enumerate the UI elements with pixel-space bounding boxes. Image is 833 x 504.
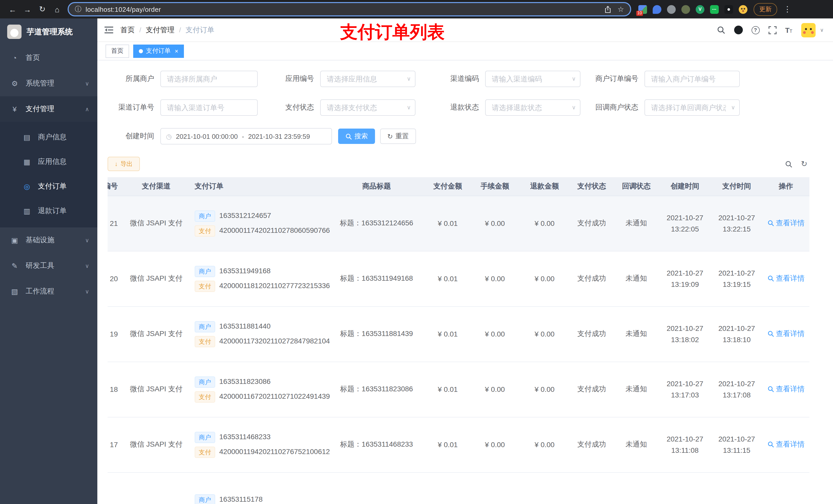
breadcrumb-home[interactable]: 首页 (120, 25, 135, 34)
extension-v-icon[interactable]: V (696, 5, 705, 14)
channel-code-select[interactable] (485, 71, 580, 87)
merchant-tag: 商户 (195, 376, 215, 387)
view-detail-link[interactable]: 查看详情 (767, 329, 805, 339)
merchant-input[interactable] (160, 71, 258, 87)
pay-tag: 支付 (195, 336, 215, 347)
yen-icon: ¥ (10, 105, 19, 113)
chevron-down-icon[interactable]: ∨ (820, 27, 824, 33)
sidebar-item-payment[interactable]: ¥ 支付管理 ∧ (0, 96, 97, 122)
breadcrumb-current: 支付订单 (186, 25, 214, 34)
callback-status-label: 回调商户状态 (590, 103, 644, 112)
chevron-down-icon: ∨ (85, 263, 89, 269)
browser-profile-avatar[interactable] (739, 5, 747, 14)
tab-home[interactable]: 首页 (105, 44, 129, 57)
active-dot (139, 49, 143, 53)
orders-table: 编号 支付渠道 支付订单 商品标题 支付金额 手续金额 退款金额 支付状态 回调… (108, 177, 823, 504)
fullscreen-icon[interactable] (768, 26, 777, 34)
sidebar-logo: 芋道管理系统 (0, 19, 97, 45)
view-detail-link[interactable]: 查看详情 (767, 219, 805, 228)
view-detail-link[interactable]: 查看详情 (767, 274, 805, 283)
channel-order-no-input[interactable] (160, 99, 258, 116)
filter-channel-code: 渠道编码 ∨ (438, 71, 580, 87)
browser-back-button[interactable]: ← (5, 2, 20, 16)
browser-update-button[interactable]: 更新 (754, 3, 777, 16)
pay-tag: 支付 (195, 447, 215, 458)
github-icon[interactable] (734, 26, 743, 34)
sidebar-item-home[interactable]: ◔ 首页 (0, 45, 97, 71)
extension-circle-icon[interactable] (667, 5, 676, 14)
refresh-icon: ↻ (387, 133, 393, 140)
app-no-select[interactable] (320, 71, 415, 87)
workflow-icon: ▧ (10, 287, 19, 295)
date-start-value[interactable]: 2021-10-01 00:00:00 (176, 133, 238, 140)
merchant-label: 所属商户 (108, 74, 160, 83)
sidebar-item-refund-order[interactable]: ▥ 退款订单 (0, 199, 97, 223)
reset-button[interactable]: ↻ 重置 (380, 128, 416, 144)
share-icon[interactable] (605, 5, 612, 13)
browser-reload-button[interactable]: ↻ (35, 2, 50, 16)
extension-grid-icon[interactable]: 10 (638, 5, 647, 14)
sidebar-item-workflow[interactable]: ▧ 工作流程 ∨ (0, 279, 97, 304)
chevron-down-icon: ∨ (85, 80, 89, 87)
credit-card-icon: ▤ (23, 133, 31, 141)
chevron-down-icon: ∨ (85, 237, 89, 243)
filter-merchant: 所属商户 (108, 71, 258, 87)
browser-home-button[interactable]: ⌂ (50, 2, 65, 16)
site-info-icon[interactable]: ⓘ (75, 5, 81, 14)
refund-status-select[interactable] (485, 99, 580, 116)
chevron-up-icon: ∧ (85, 106, 89, 113)
pay-tag: 支付 (195, 391, 215, 402)
search-icon[interactable] (716, 26, 725, 34)
refresh-table-button[interactable]: ↻ (801, 159, 807, 169)
close-icon[interactable]: × (175, 47, 178, 54)
view-detail-link[interactable]: 查看详情 (767, 440, 805, 449)
sidebar-item-app-info[interactable]: ▦ 应用信息 (0, 149, 97, 174)
tab-pay-order[interactable]: 支付订单 × (133, 44, 184, 57)
download-icon: ↓ (115, 160, 118, 167)
date-end-value[interactable]: 2021-10-31 23:59:59 (248, 133, 310, 140)
merchant-tag: 商户 (195, 266, 215, 277)
sidebar-item-system[interactable]: ⚙ 系统管理 ∨ (0, 71, 97, 96)
table-row: 19 微信 JSAPI 支付 商户1635311881440 支付4200001… (108, 306, 809, 362)
sidebar-item-infra[interactable]: ▣ 基础设施 ∨ (0, 227, 97, 253)
browser-menu-icon[interactable]: ⋮ (782, 5, 792, 14)
chevron-down-icon: ∨ (407, 104, 411, 111)
date-range-picker[interactable]: ◷ 2021-10-01 00:00:00 - 2021-10-31 23:59… (160, 128, 332, 144)
sidebar-item-merchant-info[interactable]: ▤ 商户信息 (0, 125, 97, 149)
merchant-tag: 商户 (195, 321, 215, 332)
merchant-tag: 商户 (195, 432, 215, 443)
chevron-down-icon: ∨ (407, 75, 411, 82)
browser-forward-button[interactable]: → (20, 2, 35, 16)
dashboard-icon: ◔ (10, 54, 19, 62)
extension-pin-icon[interactable] (724, 5, 733, 14)
user-avatar[interactable] (801, 23, 815, 37)
view-detail-link[interactable]: 查看详情 (767, 385, 805, 394)
url-bar[interactable]: ⓘ localhost:1024/pay/order ☆ (68, 2, 631, 16)
extension-chat-icon[interactable]: ⋯ (710, 5, 719, 14)
extension-drop-icon[interactable] (653, 5, 661, 14)
help-icon[interactable]: ? (751, 26, 760, 34)
extension-olive-icon[interactable] (681, 5, 690, 14)
page-content: 所属商户 应用编号 ∨ 渠道编码 ∨ 商户订单编号 (97, 61, 833, 504)
payment-submenu: ▤ 商户信息 ▦ 应用信息 ◎ 支付订单 ▥ 退款订单 (0, 122, 97, 227)
clock-icon: ◷ (166, 133, 172, 140)
url-text[interactable]: localhost:1024/pay/order (86, 5, 605, 13)
sidebar-item-pay-order[interactable]: ◎ 支付订单 (0, 174, 97, 199)
sidebar-toggle-icon[interactable] (104, 26, 113, 34)
logo-title: 芋道管理系统 (27, 27, 73, 37)
search-button[interactable]: 搜索 (338, 128, 375, 144)
toggle-search-button[interactable] (785, 160, 793, 168)
breadcrumb-payment[interactable]: 支付管理 (146, 25, 174, 34)
chevron-down-icon: ∨ (85, 288, 89, 295)
sidebar-item-dev-tools[interactable]: ✎ 研发工具 ∨ (0, 253, 97, 279)
export-button[interactable]: ↓ 导出 (108, 157, 140, 171)
pay-status-select[interactable] (320, 99, 415, 116)
browser-extensions: 10 V ⋯ (638, 5, 747, 14)
bookmark-star-icon[interactable]: ☆ (618, 5, 624, 13)
filter-refund-status: 退款状态 ∨ (438, 99, 580, 116)
create-time-label: 创建时间 (108, 131, 160, 141)
merchant-order-no-input[interactable] (644, 71, 740, 87)
callback-status-select[interactable] (644, 99, 740, 116)
extension-badge: 10 (636, 10, 643, 16)
font-size-icon[interactable]: TT (785, 25, 792, 34)
